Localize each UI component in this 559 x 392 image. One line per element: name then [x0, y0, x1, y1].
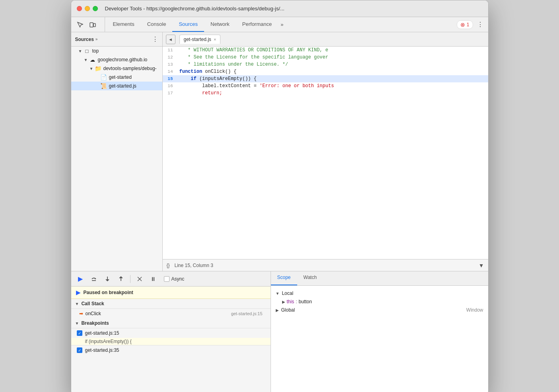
scope-content: ▼ Local ▶ this : button ▶ Global Window [271, 286, 488, 392]
line-num-15: 15 [163, 75, 177, 82]
code-line-16: 16 label.textContent = 'Error: one or bo… [163, 82, 488, 90]
tab-bar: Elements Console Sources Network Perform… [71, 17, 488, 32]
cursor-position: Line 15, Column 3 [175, 263, 213, 268]
code-tab-js[interactable]: get-started.js × [179, 35, 221, 44]
bp-checkbox-35[interactable] [77, 347, 82, 353]
file-tree: ▼ □ top ▼ ☁ googlechrome.github.io ▼ 📁 d… [71, 47, 162, 271]
step-into-button[interactable] [102, 274, 113, 284]
footer-format-icon[interactable]: ▼ [479, 262, 484, 269]
svg-rect-1 [93, 23, 95, 27]
scope-local-label: Local [282, 291, 293, 296]
breakpoint-item-15[interactable]: get-started.js:15 [71, 328, 271, 338]
error-count: 1 [467, 22, 469, 27]
bp-name-35: get-started.js:35 [85, 347, 119, 353]
tree-item-top[interactable]: ▼ □ top [71, 47, 162, 55]
html-file-icon: 📄 [101, 74, 107, 80]
frame-icon: □ [84, 48, 90, 54]
async-text: Async [171, 276, 185, 282]
code-tab-close-icon[interactable]: × [214, 37, 216, 42]
bp-checkbox-15[interactable] [77, 330, 82, 336]
breakpoint-item-35[interactable]: get-started.js:35 [71, 345, 271, 355]
main-panel: Sources » ⋮ ▼ □ top ▼ ☁ googlechrome.git… [71, 32, 488, 271]
tab-watch[interactable]: Watch [297, 271, 323, 285]
call-stack-location: get-started.js:15 [231, 311, 263, 316]
call-stack-item-onclick[interactable]: ➡ onClick get-started.js:15 [71, 309, 271, 318]
toolbar-icons [74, 17, 105, 32]
call-stack-name: onClick [86, 311, 229, 316]
tree-item-html[interactable]: 📄 get-started [71, 73, 162, 82]
scope-local-arrow: ▼ [276, 291, 280, 296]
sidebar-header: Sources » ⋮ [71, 32, 162, 47]
inspect-icon[interactable] [74, 19, 86, 30]
code-line-12: 12 * See the License for the specific la… [163, 54, 488, 61]
scope-this-item[interactable]: ▶ this : button [271, 298, 488, 306]
debugger-left: ▶ ⏸ Async [71, 271, 271, 392]
js-file-icon: 📜 [101, 83, 107, 89]
device-toolbar-icon[interactable] [87, 19, 98, 30]
tab-console[interactable]: Console [141, 17, 173, 32]
traffic-lights [77, 6, 98, 11]
sidebar-more-icon[interactable]: ⋮ [152, 35, 158, 43]
deactivate-breakpoints-button[interactable] [134, 274, 145, 284]
step-out-button[interactable] [116, 274, 126, 284]
sidebar: Sources » ⋮ ▼ □ top ▼ ☁ googlechrome.git… [71, 32, 163, 271]
tree-item-domain[interactable]: ▼ ☁ googlechrome.github.io [71, 55, 162, 64]
line-content-14: function onClick() { [177, 68, 488, 75]
tab-elements[interactable]: Elements [107, 17, 141, 32]
paused-arrow-icon: ▶ [76, 289, 80, 296]
tab-network[interactable]: Network [204, 17, 236, 32]
scope-global-name: ▶ Global [276, 307, 295, 313]
line-num-16: 16 [163, 82, 177, 90]
pause-button[interactable]: ⏸ [148, 274, 158, 284]
tree-label-domain: googlechrome.github.io [98, 57, 148, 62]
devtools-window: Developer Tools - https://googlechrome.g… [71, 0, 489, 392]
breakpoints-label: Breakpoints [81, 320, 109, 326]
code-line-11: 11 * WITHOUT WARRANTIES OR CONDITIONS OF… [163, 47, 488, 54]
resume-button[interactable]: ▶ [75, 274, 86, 284]
more-tabs-chevron[interactable]: » [278, 17, 286, 32]
minimize-button[interactable] [85, 6, 90, 11]
tree-label-folder: devtools-samples/debug- [103, 66, 157, 71]
scope-global-item[interactable]: ▶ Global Window [271, 306, 488, 314]
tree-item-js[interactable]: 📜 get-started.js [71, 82, 162, 90]
more-options-icon[interactable]: ⋮ [475, 21, 485, 28]
nav-back-icon[interactable]: ◄ [166, 35, 175, 44]
title-bar: Developer Tools - https://googlechrome.g… [71, 0, 488, 17]
scope-global-arrow: ▶ [276, 308, 279, 312]
tab-scope[interactable]: Scope [271, 271, 297, 285]
line-num-14: 14 [163, 68, 177, 75]
async-checkbox[interactable] [164, 276, 169, 282]
scope-global-value: Window [466, 307, 483, 313]
tree-arrow-folder: ▼ [90, 66, 93, 71]
code-tabs-bar: ◄ get-started.js × [163, 32, 488, 47]
debugger-panel: ▶ ⏸ Async [71, 271, 488, 392]
tab-performance[interactable]: Performance [236, 17, 278, 32]
svg-rect-0 [90, 23, 93, 27]
code-line-14: 14 function onClick() { [163, 68, 488, 75]
breakpoints-header[interactable]: ▼ Breakpoints [71, 318, 271, 328]
paused-banner: ▶ Paused on breakpoint [71, 287, 271, 299]
tree-item-folder[interactable]: ▼ 📁 devtools-samples/debug- [71, 64, 162, 73]
sidebar-chevron-icon[interactable]: » [95, 37, 98, 41]
step-over-button[interactable] [89, 274, 99, 284]
line-num-17: 17 [163, 90, 177, 97]
maximize-button[interactable] [93, 6, 98, 11]
folder-icon: 📁 [95, 65, 101, 72]
scope-this-key: this [287, 299, 294, 304]
code-lines: 11 * WITHOUT WARRANTIES OR CONDITIONS OF… [163, 47, 488, 259]
line-num-12: 12 [163, 54, 177, 61]
error-badge[interactable]: ⊗ 1 [457, 20, 473, 29]
call-stack-label: Call Stack [81, 301, 104, 306]
line-content-11: * WITHOUT WARRANTIES OR CONDITIONS OF AN… [177, 47, 488, 54]
format-braces[interactable]: {} [167, 263, 170, 268]
call-stack-header[interactable]: ▼ Call Stack [71, 299, 271, 309]
error-icon: ⊗ [460, 21, 465, 28]
scope-local-header[interactable]: ▼ Local [271, 289, 488, 298]
line-content-17: return; [177, 90, 488, 97]
domain-icon: ☁ [90, 57, 96, 63]
line-num-13: 13 [163, 61, 177, 68]
tree-arrow-top: ▼ [78, 49, 82, 53]
close-button[interactable] [77, 6, 82, 11]
call-stack-arrow-icon: ▼ [75, 302, 79, 306]
tab-sources[interactable]: Sources [172, 17, 204, 32]
